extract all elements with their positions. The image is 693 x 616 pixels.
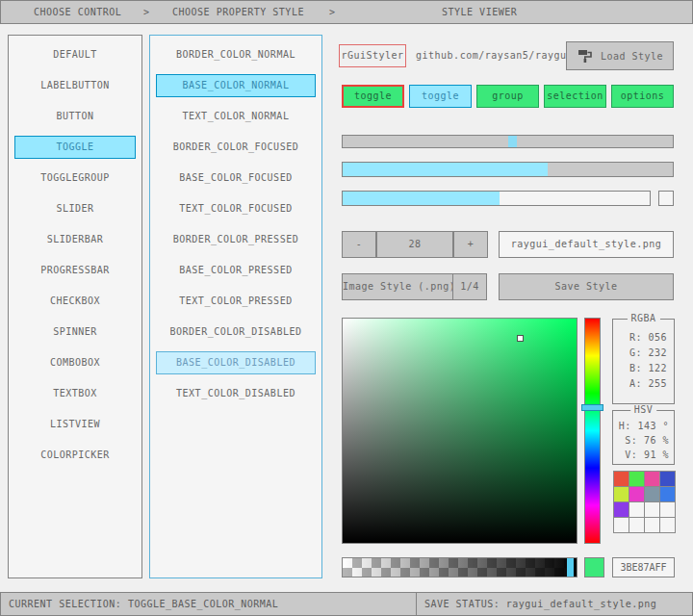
color-swatch[interactable]	[629, 471, 645, 487]
control-item-labelbutton[interactable]: LABELBUTTON	[14, 74, 136, 97]
status-bar: CURRENT SELECTION: TOGGLE_BASE_COLOR_NOR…	[0, 592, 693, 616]
property-item-border_color_disabled[interactable]: BORDER_COLOR_DISABLED	[156, 321, 316, 344]
progressbar-fill	[343, 192, 500, 205]
rgba-green-value: G: 232	[613, 346, 674, 361]
control-item-checkbox[interactable]: CHECKBOX	[14, 290, 136, 313]
property-item-base_color_focused[interactable]: BASE_COLOR_FOCUSED	[156, 167, 316, 190]
property-item-base_color_normal[interactable]: BASE_COLOR_NORMAL	[156, 74, 316, 97]
load-style-button[interactable]: Load Style	[566, 41, 674, 70]
spinner-value[interactable]: 28	[376, 231, 453, 258]
save-status: SAVE STATUS: raygui_default_style.png	[424, 593, 656, 615]
current-selection-status: CURRENT SELECTION: TOGGLE_BASE_COLOR_NOR…	[9, 593, 278, 615]
control-item-combobox[interactable]: COMBOBOX	[14, 351, 136, 374]
toggle-demo-normal-edited[interactable]: toggle	[342, 85, 404, 108]
header-bar: CHOOSE CONTROL > CHOOSE PROPERTY STYLE >…	[0, 0, 693, 24]
paint-roller-icon	[577, 47, 594, 64]
color-swatch[interactable]	[613, 471, 629, 487]
control-item-default[interactable]: DEFAULT	[14, 43, 136, 66]
color-swatch-grid	[613, 471, 675, 532]
saturation-value-panel[interactable]	[342, 318, 578, 544]
alpha-gradient-overlay	[343, 558, 577, 577]
spinner-increment-button[interactable]: +	[453, 231, 488, 258]
toggle-demo-focused[interactable]: toggle	[409, 85, 472, 108]
color-cursor[interactable]	[517, 335, 524, 342]
togglegroup-item-group[interactable]: group	[476, 85, 539, 108]
alpha-bar[interactable]	[342, 557, 578, 578]
hsv-hue-value: H: 143 °	[613, 419, 674, 433]
rgba-alpha-value: A: 255	[613, 376, 674, 392]
control-item-colorpicker[interactable]: COLORPICKER	[14, 444, 136, 467]
color-swatch[interactable]	[629, 501, 645, 518]
color-swatch[interactable]	[644, 486, 660, 502]
rgba-blue-value: B: 122	[613, 361, 674, 376]
hsv-saturation-value: S: 76 %	[613, 433, 674, 448]
color-swatch[interactable]	[613, 486, 629, 502]
save-style-button[interactable]: Save Style	[499, 273, 674, 300]
property-item-text_color_disabled[interactable]: TEXT_COLOR_DISABLED	[156, 382, 316, 405]
load-style-label: Load Style	[601, 51, 663, 62]
control-item-button[interactable]: BUTTON	[14, 105, 136, 128]
ratio-button[interactable]: 1/4	[452, 273, 487, 300]
color-swatch[interactable]	[659, 486, 676, 502]
checkbox-demo[interactable]	[658, 191, 674, 206]
rguistyler-window: CHOOSE CONTROL > CHOOSE PROPERTY STYLE >…	[0, 0, 693, 616]
color-swatch[interactable]	[659, 501, 676, 518]
color-swatch[interactable]	[629, 517, 645, 533]
color-swatch[interactable]	[644, 501, 660, 518]
controls-list-panel: DEFAULTLABELBUTTONBUTTONTOGGLETOGGLEGROU…	[8, 35, 142, 578]
breadcrumb-choose-control: CHOOSE CONTROL	[34, 1, 121, 23]
repo-link[interactable]: github.com/raysan5/raygui	[416, 44, 573, 67]
property-item-text_color_focused[interactable]: TEXT_COLOR_FOCUSED	[156, 197, 316, 220]
control-item-togglegroup[interactable]: TOGGLEGROUP	[14, 167, 136, 190]
image-style-button[interactable]: Image Style (.png)	[342, 273, 453, 300]
alpha-handle[interactable]	[567, 558, 574, 577]
breadcrumb-style-viewer: STYLE VIEWER	[442, 1, 517, 23]
hsv-value-value: V: 91 %	[613, 448, 674, 462]
hue-handle[interactable]	[581, 404, 603, 411]
togglegroup-item-options[interactable]: options	[611, 85, 674, 108]
color-swatch[interactable]	[659, 517, 676, 533]
control-item-listview[interactable]: LISTVIEW	[14, 413, 136, 436]
control-item-spinner[interactable]: SPINNER	[14, 321, 136, 344]
color-swatch[interactable]	[629, 486, 645, 502]
rgba-group-title: RGBA	[627, 313, 659, 324]
property-item-border_color_pressed[interactable]: BORDER_COLOR_PRESSED	[156, 228, 316, 251]
hue-bar[interactable]	[584, 318, 601, 544]
rgba-group: RGBA R: 056 G: 232 B: 122 A: 255	[612, 319, 675, 404]
property-item-base_color_disabled[interactable]: BASE_COLOR_DISABLED	[156, 351, 316, 374]
color-swatch[interactable]	[613, 501, 629, 518]
hsv-group: HSV H: 143 ° S: 76 % V: 91 %	[612, 410, 675, 465]
control-item-toggle[interactable]: TOGGLE	[14, 136, 136, 159]
sliderbar-demo[interactable]	[342, 162, 674, 177]
color-swatch[interactable]	[613, 517, 629, 533]
filename-input[interactable]: raygui_default_style.png	[499, 231, 674, 258]
property-item-border_color_focused[interactable]: BORDER_COLOR_FOCUSED	[156, 136, 316, 159]
chevron-separator-icon: >	[143, 1, 150, 23]
status-bar-divider	[416, 593, 417, 615]
current-color-swatch	[584, 557, 604, 578]
color-swatch[interactable]	[659, 471, 676, 487]
spinner-decrement-button[interactable]: -	[342, 231, 376, 258]
properties-list-panel: BORDER_COLOR_NORMALBASE_COLOR_NORMALTEXT…	[149, 35, 322, 578]
slider-handle[interactable]	[508, 136, 517, 147]
control-item-sliderbar[interactable]: SLIDERBAR	[14, 228, 136, 251]
progressbar-demo	[342, 191, 651, 206]
control-item-textbox[interactable]: TEXTBOX	[14, 382, 136, 405]
property-item-text_color_normal[interactable]: TEXT_COLOR_NORMAL	[156, 105, 316, 128]
color-swatch[interactable]	[644, 471, 660, 487]
property-item-border_color_normal[interactable]: BORDER_COLOR_NORMAL	[156, 43, 316, 66]
control-item-progressbar[interactable]: PROGRESSBAR	[14, 259, 136, 282]
hex-color-input[interactable]: 3BE87AFF	[612, 557, 675, 578]
property-item-text_color_pressed[interactable]: TEXT_COLOR_PRESSED	[156, 290, 316, 313]
sliderbar-fill	[343, 163, 548, 176]
rgba-red-value: R: 056	[613, 330, 674, 346]
control-item-slider[interactable]: SLIDER	[14, 197, 136, 220]
slider-demo[interactable]	[342, 135, 674, 148]
togglegroup-item-selection[interactable]: selection	[544, 85, 606, 108]
chevron-separator-icon: >	[329, 1, 336, 23]
hsv-group-title: HSV	[630, 404, 657, 416]
breadcrumb-choose-property-style: CHOOSE PROPERTY STYLE	[172, 1, 304, 23]
app-name-label: rGuiStyler	[339, 44, 406, 67]
property-item-base_color_pressed[interactable]: BASE_COLOR_PRESSED	[156, 259, 316, 282]
color-swatch[interactable]	[644, 517, 660, 533]
